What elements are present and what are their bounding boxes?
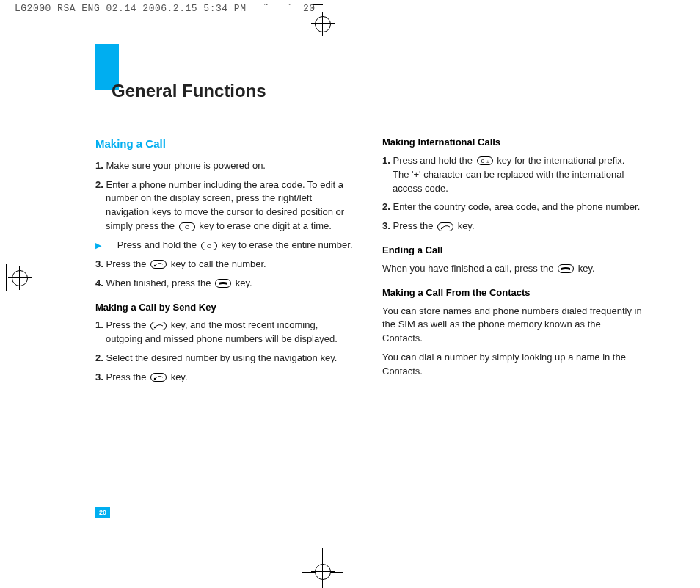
c-key-icon: C [179,222,195,231]
tip-item: ▶ Press and hold the C key to erase the … [106,239,356,253]
step-text: Press the [106,319,149,330]
ordered-list: 1. Press the key, and the most recent in… [95,319,356,384]
svg-point-8 [154,327,156,328]
list-item: 4. When finished, press the key. [95,277,356,291]
svg-rect-4 [151,261,167,269]
tip-text: Press and hold the [117,239,200,250]
paragraph: You can store names and phone numbers di… [382,305,643,346]
step-text: key to erase one digit at a time. [199,220,332,231]
list-item: 3. Press the key to call the number. [95,258,356,272]
svg-text:C: C [207,243,211,250]
step-text: When finished, press the [106,277,214,288]
section-heading: Making a Call [95,136,356,152]
step-number: 1. [95,160,103,171]
step-number: 4. [95,277,103,288]
subsection-heading: Making a Call From the Contacts [382,286,643,300]
end-key-icon [558,264,574,273]
svg-rect-9 [151,374,167,382]
step-number: 3. [95,258,103,269]
step-number: 2. [382,201,390,212]
paragraph: When you have finished a call, press the… [382,262,643,276]
send-key-icon [437,222,453,231]
step-number: 1. [382,155,390,166]
list-item: 1. Press and hold the 0± key for the int… [382,154,643,196]
list-item: 2. Select the desired number by using th… [95,352,356,366]
crop-mark [0,542,59,542]
step-number: 2. [95,352,103,363]
page-number-badge: 20 [95,507,110,518]
doc-header-text: LG2000 RSA ENG_02.14 2006.2.15 5:34 PM [15,3,246,14]
tilde-mark: ˜ [263,3,269,14]
svg-point-5 [154,265,156,266]
paragraph-text: When you have finished a call, press the [382,263,556,274]
paragraph: You can dial a number by simply looking … [382,351,643,379]
list-item: 1. Press the key, and the most recent in… [95,319,356,346]
list-item: 3. Press the key. [382,219,643,233]
step-text: Press the [393,220,436,231]
svg-rect-11 [477,157,492,165]
step-text: Select the desired number by using the n… [106,352,337,363]
column-right: Making International Calls 1. Press and … [382,136,643,390]
crop-mark [6,264,7,291]
page-edge-rule [59,8,59,542]
step-text: key. [458,220,475,231]
list-item: 2. Enter a phone number including the ar… [95,178,356,233]
svg-rect-7 [151,322,167,330]
column-left: Making a Call 1. Make sure your phone is… [95,136,356,390]
registration-mark-icon [12,270,28,286]
columns: Making a Call 1. Make sure your phone is… [95,136,646,390]
send-key-icon [150,260,167,269]
step-number: 3. [382,220,390,231]
registration-mark-icon [315,16,331,32]
step-text: key. [236,277,252,288]
triangle-bullet-icon: ▶ [106,240,114,252]
crop-mark [59,542,59,588]
end-key-icon [215,279,231,288]
step-text: key to call the number. [171,258,266,269]
ordered-list: 1. Press and hold the 0± key for the int… [382,154,643,233]
doc-header-symbol: ` [286,3,292,14]
svg-rect-14 [438,222,453,231]
zero-key-icon: 0± [477,156,493,165]
step-text: Press the [106,371,149,382]
list-item: 3. Press the key. [95,371,356,385]
c-key-icon: C [201,242,217,250]
step-text: Press and hold the [393,155,475,166]
subsection-heading: Making International Calls [382,136,643,150]
registration-mark-icon [315,564,331,580]
step-text: Enter the country code, area code, and t… [393,201,640,212]
send-key-icon [150,322,167,330]
step-number: 1. [95,319,103,330]
step-text: Make sure your phone is powered on. [106,160,266,171]
step-number: 2. [95,179,103,190]
ordered-list: 1. Make sure your phone is powered on. 2… [95,159,356,233]
list-item: 1. Make sure your phone is powered on. [95,159,356,173]
page-title: General Functions [112,81,266,101]
ordered-list: 3. Press the key to call the number. 4. … [95,258,356,291]
send-key-icon [150,373,167,382]
tip-text: key to erase the entire number. [221,239,352,250]
doc-header: LG2000 RSA ENG_02.14 2006.2.15 5:34 PM ˜… [15,3,316,14]
svg-text:0: 0 [481,158,484,164]
step-text: key. [171,371,188,382]
paragraph-text: key. [578,263,595,274]
subsection-heading: Making a Call by Send Key [95,301,356,315]
svg-point-15 [441,228,442,229]
crop-mark [313,4,323,5]
list-item: 2. Enter the country code, area code, an… [382,200,643,214]
subsection-heading: Ending a Call [382,244,643,258]
step-number: 3. [95,371,103,382]
step-text: Press the [106,258,149,269]
svg-point-10 [154,378,156,380]
svg-text:C: C [185,224,189,231]
